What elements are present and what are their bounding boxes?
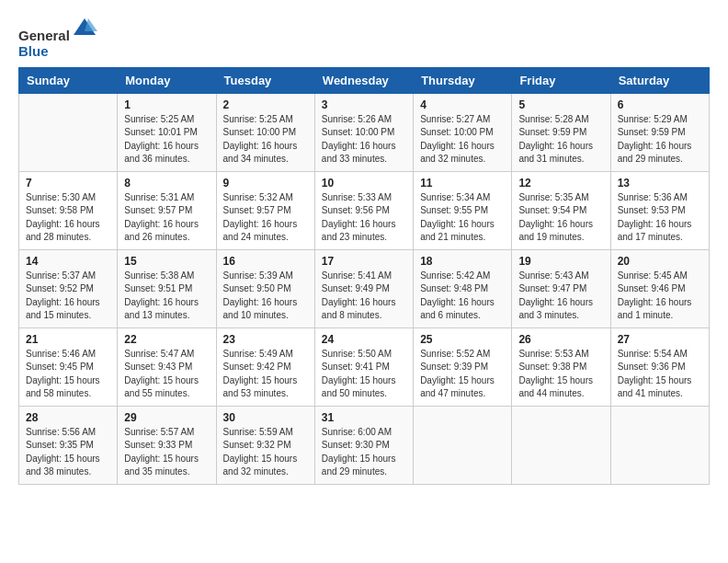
day-content: Sunrise: 5:52 AM Sunset: 9:39 PM Dayligh… xyxy=(420,348,505,401)
day-content: Sunrise: 5:27 AM Sunset: 10:00 PM Daylig… xyxy=(420,113,505,167)
calendar-cell: 3Sunrise: 5:26 AM Sunset: 10:00 PM Dayli… xyxy=(314,93,413,171)
day-content: Sunrise: 5:33 AM Sunset: 9:56 PM Dayligh… xyxy=(322,191,406,245)
day-number: 5 xyxy=(518,98,603,111)
day-number: 12 xyxy=(518,177,603,190)
day-content: Sunrise: 5:26 AM Sunset: 10:00 PM Daylig… xyxy=(322,113,406,167)
day-number: 18 xyxy=(420,255,505,268)
day-number: 2 xyxy=(223,98,308,111)
calendar-cell: 8Sunrise: 5:31 AM Sunset: 9:57 PM Daylig… xyxy=(118,171,216,249)
day-number: 29 xyxy=(124,411,209,424)
day-number: 30 xyxy=(223,411,308,424)
calendar-cell xyxy=(512,406,610,484)
calendar-cell: 23Sunrise: 5:49 AM Sunset: 9:42 PM Dayli… xyxy=(216,327,314,406)
calendar-cell: 4Sunrise: 5:27 AM Sunset: 10:00 PM Dayli… xyxy=(414,93,512,171)
day-number: 16 xyxy=(223,255,308,268)
day-content: Sunrise: 5:49 AM Sunset: 9:42 PM Dayligh… xyxy=(223,348,308,401)
calendar-week-row: 28Sunrise: 5:56 AM Sunset: 9:35 PM Dayli… xyxy=(19,406,710,484)
calendar-week-row: 21Sunrise: 5:46 AM Sunset: 9:45 PM Dayli… xyxy=(19,327,710,406)
day-number: 9 xyxy=(223,177,308,190)
day-content: Sunrise: 5:29 AM Sunset: 9:59 PM Dayligh… xyxy=(618,113,702,167)
day-content: Sunrise: 5:25 AM Sunset: 10:00 PM Daylig… xyxy=(223,113,308,167)
day-content: Sunrise: 5:50 AM Sunset: 9:41 PM Dayligh… xyxy=(322,348,406,401)
calendar-cell xyxy=(414,406,512,484)
calendar-week-row: 1Sunrise: 5:25 AM Sunset: 10:01 PM Dayli… xyxy=(19,93,710,171)
day-content: Sunrise: 5:30 AM Sunset: 9:58 PM Dayligh… xyxy=(26,191,110,245)
day-number: 7 xyxy=(26,177,110,190)
weekday-header-wednesday: Wednesday xyxy=(314,67,413,93)
weekday-header-row: SundayMondayTuesdayWednesdayThursdayFrid… xyxy=(19,67,710,93)
day-number: 25 xyxy=(420,333,505,346)
day-content: Sunrise: 5:56 AM Sunset: 9:35 PM Dayligh… xyxy=(26,426,110,479)
day-number: 31 xyxy=(322,411,406,424)
calendar-cell: 12Sunrise: 5:35 AM Sunset: 9:54 PM Dayli… xyxy=(512,171,610,249)
svg-marker-1 xyxy=(85,18,97,31)
logo-blue: Blue xyxy=(18,43,49,59)
day-content: Sunrise: 5:46 AM Sunset: 9:45 PM Dayligh… xyxy=(26,348,110,401)
logo: General Blue xyxy=(18,15,97,60)
weekday-header-sunday: Sunday xyxy=(19,67,118,93)
day-number: 22 xyxy=(124,333,209,346)
calendar-cell: 19Sunrise: 5:43 AM Sunset: 9:47 PM Dayli… xyxy=(512,249,610,327)
calendar-cell: 27Sunrise: 5:54 AM Sunset: 9:36 PM Dayli… xyxy=(610,327,709,406)
day-content: Sunrise: 5:38 AM Sunset: 9:51 PM Dayligh… xyxy=(124,270,209,323)
calendar-cell: 21Sunrise: 5:46 AM Sunset: 9:45 PM Dayli… xyxy=(19,327,118,406)
day-content: Sunrise: 6:00 AM Sunset: 9:30 PM Dayligh… xyxy=(322,426,406,479)
calendar-cell: 7Sunrise: 5:30 AM Sunset: 9:58 PM Daylig… xyxy=(19,171,118,249)
calendar-cell: 26Sunrise: 5:53 AM Sunset: 9:38 PM Dayli… xyxy=(512,327,610,406)
day-number: 26 xyxy=(518,333,603,346)
calendar-cell: 30Sunrise: 5:59 AM Sunset: 9:32 PM Dayli… xyxy=(216,406,314,484)
day-content: Sunrise: 5:36 AM Sunset: 9:53 PM Dayligh… xyxy=(618,191,702,245)
weekday-header-friday: Friday xyxy=(512,67,610,93)
calendar-cell: 16Sunrise: 5:39 AM Sunset: 9:50 PM Dayli… xyxy=(216,249,314,327)
logo-text: General Blue xyxy=(18,15,97,60)
day-content: Sunrise: 5:28 AM Sunset: 9:59 PM Dayligh… xyxy=(518,113,603,167)
day-number: 24 xyxy=(322,333,406,346)
calendar-cell: 6Sunrise: 5:29 AM Sunset: 9:59 PM Daylig… xyxy=(610,93,709,171)
day-number: 1 xyxy=(124,98,209,111)
calendar-cell: 15Sunrise: 5:38 AM Sunset: 9:51 PM Dayli… xyxy=(118,249,216,327)
calendar-cell: 22Sunrise: 5:47 AM Sunset: 9:43 PM Dayli… xyxy=(118,327,216,406)
day-content: Sunrise: 5:37 AM Sunset: 9:52 PM Dayligh… xyxy=(26,270,110,323)
day-content: Sunrise: 5:35 AM Sunset: 9:54 PM Dayligh… xyxy=(518,191,603,245)
day-content: Sunrise: 5:59 AM Sunset: 9:32 PM Dayligh… xyxy=(223,426,308,479)
day-content: Sunrise: 5:25 AM Sunset: 10:01 PM Daylig… xyxy=(124,113,209,167)
weekday-header-thursday: Thursday xyxy=(414,67,512,93)
calendar-cell: 2Sunrise: 5:25 AM Sunset: 10:00 PM Dayli… xyxy=(216,93,314,171)
day-content: Sunrise: 5:39 AM Sunset: 9:50 PM Dayligh… xyxy=(223,270,308,323)
day-number: 15 xyxy=(124,255,209,268)
calendar-cell: 25Sunrise: 5:52 AM Sunset: 9:39 PM Dayli… xyxy=(414,327,512,406)
day-content: Sunrise: 5:42 AM Sunset: 9:48 PM Dayligh… xyxy=(420,270,505,323)
day-number: 28 xyxy=(26,411,110,424)
calendar-cell: 17Sunrise: 5:41 AM Sunset: 9:49 PM Dayli… xyxy=(314,249,413,327)
logo-general: General xyxy=(18,28,70,43)
day-content: Sunrise: 5:45 AM Sunset: 9:46 PM Dayligh… xyxy=(618,270,702,323)
calendar-week-row: 14Sunrise: 5:37 AM Sunset: 9:52 PM Dayli… xyxy=(19,249,710,327)
calendar-cell: 14Sunrise: 5:37 AM Sunset: 9:52 PM Dayli… xyxy=(19,249,118,327)
day-content: Sunrise: 5:43 AM Sunset: 9:47 PM Dayligh… xyxy=(518,270,603,323)
calendar-cell: 9Sunrise: 5:32 AM Sunset: 9:57 PM Daylig… xyxy=(216,171,314,249)
calendar-cell: 10Sunrise: 5:33 AM Sunset: 9:56 PM Dayli… xyxy=(314,171,413,249)
day-content: Sunrise: 5:41 AM Sunset: 9:49 PM Dayligh… xyxy=(322,270,406,323)
page-header: General Blue xyxy=(18,15,710,60)
day-content: Sunrise: 5:53 AM Sunset: 9:38 PM Dayligh… xyxy=(518,348,603,401)
day-content: Sunrise: 5:32 AM Sunset: 9:57 PM Dayligh… xyxy=(223,191,308,245)
calendar-cell: 1Sunrise: 5:25 AM Sunset: 10:01 PM Dayli… xyxy=(118,93,216,171)
calendar-cell: 5Sunrise: 5:28 AM Sunset: 9:59 PM Daylig… xyxy=(512,93,610,171)
day-number: 13 xyxy=(618,177,702,190)
weekday-header-monday: Monday xyxy=(118,67,216,93)
day-number: 3 xyxy=(322,98,406,111)
calendar-cell xyxy=(19,93,118,171)
day-number: 14 xyxy=(26,255,110,268)
day-content: Sunrise: 5:54 AM Sunset: 9:36 PM Dayligh… xyxy=(618,348,702,401)
day-number: 23 xyxy=(223,333,308,346)
day-number: 27 xyxy=(618,333,702,346)
calendar-cell xyxy=(610,406,709,484)
day-number: 6 xyxy=(618,98,702,111)
day-number: 11 xyxy=(420,177,505,190)
weekday-header-tuesday: Tuesday xyxy=(216,67,314,93)
day-number: 21 xyxy=(26,333,110,346)
day-number: 4 xyxy=(420,98,505,111)
calendar-cell: 18Sunrise: 5:42 AM Sunset: 9:48 PM Dayli… xyxy=(414,249,512,327)
logo-icon xyxy=(72,15,97,40)
calendar-table: SundayMondayTuesdayWednesdayThursdayFrid… xyxy=(18,67,710,485)
